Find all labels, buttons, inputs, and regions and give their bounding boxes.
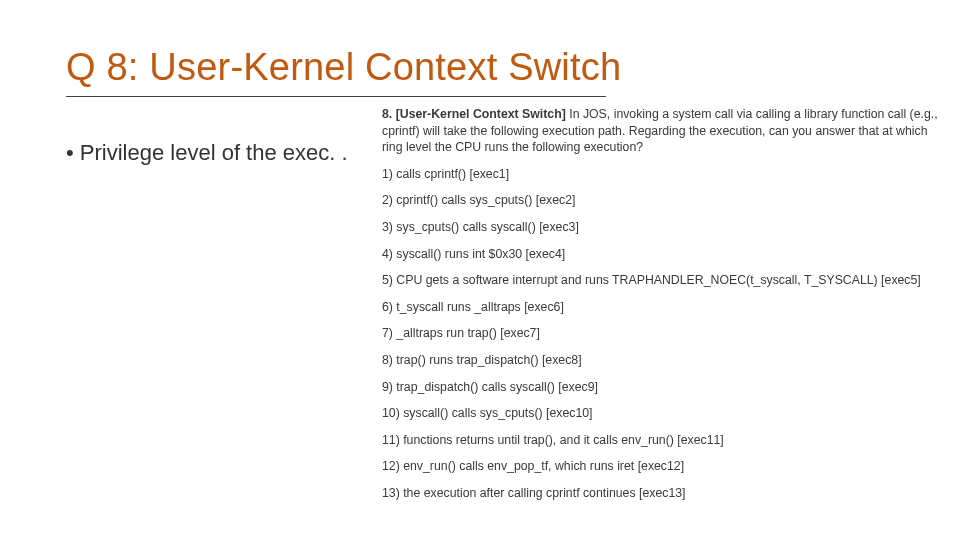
step-7: 7) _alltraps run trap() [exec7] [382,325,944,342]
slide-title: Q 8: User-Kernel Context Switch [66,46,621,89]
step-5: 5) CPU gets a software interrupt and run… [382,272,944,289]
step-9: 9) trap_dispatch() calls syscall() [exec… [382,379,944,396]
step-2: 2) cprintf() calls sys_cputs() [exec2] [382,192,944,209]
step-13: 13) the execution after calling cprintf … [382,485,944,502]
step-12: 12) env_run() calls env_pop_tf, which ru… [382,458,944,475]
question-intro: 8. [User-Kernel Context Switch] In JOS, … [382,106,944,156]
step-10: 10) syscall() calls sys_cputs() [exec10] [382,405,944,422]
step-8: 8) trap() runs trap_dispatch() [exec8] [382,352,944,369]
step-11: 11) functions returns until trap(), and … [382,432,944,449]
bullet-text: • Privilege level of the exec. . [66,140,348,165]
question-intro-bold: 8. [User-Kernel Context Switch] [382,107,569,121]
question-body: 8. [User-Kernel Context Switch] In JOS, … [382,106,944,512]
step-6: 6) t_syscall runs _alltraps [exec6] [382,299,944,316]
bullet-line: • Privilege level of the exec. . [66,140,348,166]
step-4: 4) syscall() runs int $0x30 [exec4] [382,246,944,263]
step-1: 1) calls cprintf() [exec1] [382,166,944,183]
step-3: 3) sys_cputs() calls syscall() [exec3] [382,219,944,236]
title-underline [66,96,606,97]
slide: Q 8: User-Kernel Context Switch • Privil… [0,0,960,540]
